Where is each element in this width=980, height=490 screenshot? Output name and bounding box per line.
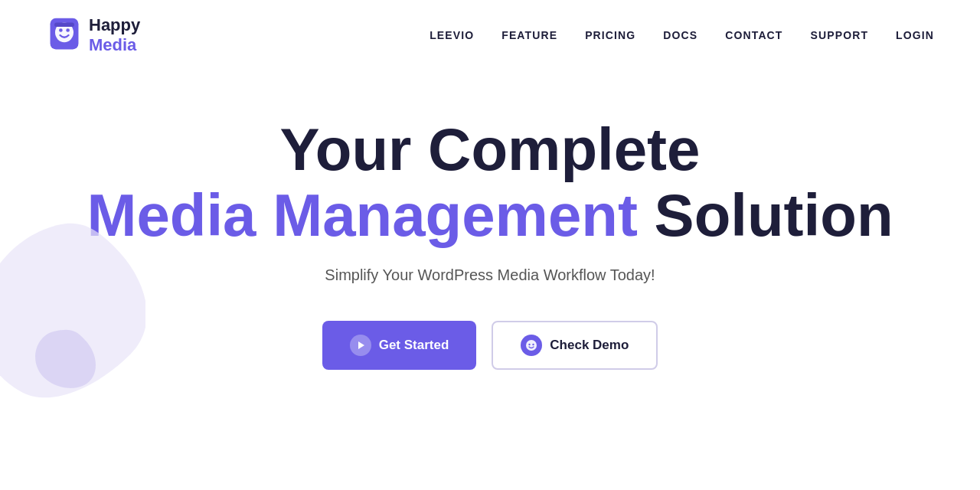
logo-text: Happy Media — [89, 15, 140, 56]
blob-decoration-left — [0, 217, 145, 431]
demo-icon — [521, 335, 542, 356]
nav-item-login[interactable]: LOGIN — [896, 29, 934, 41]
logo-happy-text: Happy — [89, 15, 140, 35]
check-demo-label: Check Demo — [550, 338, 629, 353]
nav-item-feature[interactable]: FEATURE — [501, 29, 557, 41]
svg-marker-5 — [358, 341, 364, 349]
svg-point-6 — [526, 340, 537, 351]
svg-point-2 — [59, 29, 63, 33]
svg-point-8 — [533, 344, 534, 345]
hero-section: Your Complete Media Management Solution … — [0, 71, 980, 432]
nav-item-contact[interactable]: CONTACT — [725, 29, 782, 41]
nav-item-leevio[interactable]: LEEVIO — [430, 29, 474, 41]
logo-media-text: Media — [89, 35, 140, 55]
header: Happy Media LEEVIO FEATURE PRICING DOCS … — [0, 0, 980, 71]
nav-item-docs[interactable]: DOCS — [663, 29, 697, 41]
get-started-button[interactable]: Get Started — [322, 321, 477, 370]
hero-subtitle: Simplify Your WordPress Media Workflow T… — [325, 266, 655, 284]
nav-item-pricing[interactable]: PRICING — [585, 29, 635, 41]
hero-buttons: Get Started Check Demo — [322, 321, 658, 370]
svg-rect-4 — [54, 23, 74, 28]
hero-title-accent: Media Management — [87, 181, 637, 249]
svg-point-7 — [529, 344, 531, 345]
main-nav: LEEVIO FEATURE PRICING DOCS CONTACT SUPP… — [430, 29, 934, 41]
svg-point-3 — [66, 29, 70, 33]
get-started-label: Get Started — [379, 338, 449, 353]
play-icon — [350, 335, 371, 356]
logo[interactable]: Happy Media — [46, 15, 140, 56]
hero-title-line2: Solution — [655, 181, 893, 249]
check-demo-button[interactable]: Check Demo — [492, 321, 658, 370]
hero-title-line1: Your Complete — [280, 116, 701, 183]
hero-title: Your Complete Media Management Solution — [87, 117, 893, 249]
nav-item-support[interactable]: SUPPORT — [811, 29, 869, 41]
logo-icon — [46, 17, 83, 54]
